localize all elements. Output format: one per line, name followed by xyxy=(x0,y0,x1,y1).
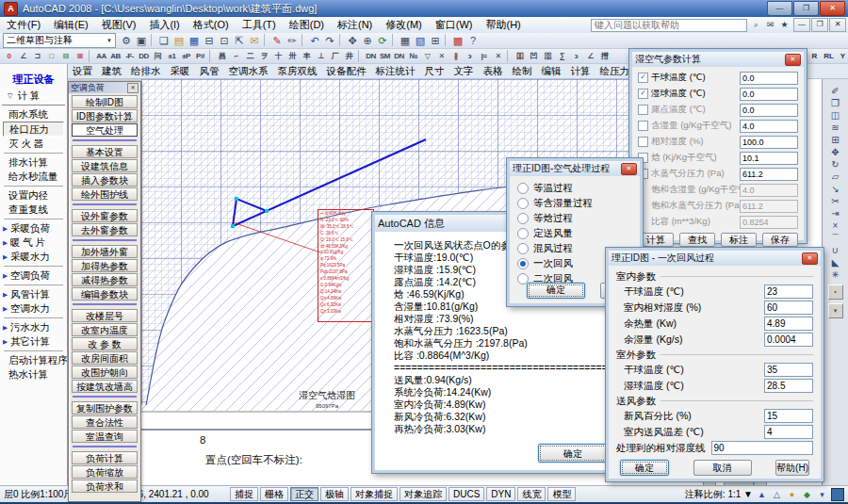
break-at-point-icon[interactable]: × xyxy=(827,219,843,232)
pipe-tool-icon[interactable]: ⌐ xyxy=(229,50,243,63)
pipe-tool-icon[interactable]: 昌 xyxy=(215,50,229,63)
sidebar-item[interactable]: 灭 火 器 xyxy=(0,137,67,151)
sidebar-item[interactable] xyxy=(4,153,63,154)
status-toggle[interactable]: 模型 xyxy=(547,487,576,501)
value-field[interactable]: 0.0 xyxy=(740,104,798,117)
dialog-button[interactable]: 计算 xyxy=(638,233,674,247)
close-button[interactable]: ✕ xyxy=(820,1,845,16)
menu-item[interactable]: 工具(T) xyxy=(236,18,283,32)
panel-button[interactable]: 编辑参数块 xyxy=(72,287,138,301)
clean-screen-button[interactable] xyxy=(831,488,844,501)
plugin-menu-item[interactable]: 采暖 xyxy=(166,65,195,78)
panel-button[interactable]: 改围护朝向 xyxy=(72,366,138,379)
value-field[interactable]: 611.2 xyxy=(740,168,798,181)
checkbox[interactable] xyxy=(638,105,648,115)
sm-label-icon[interactable]: SM xyxy=(378,50,392,63)
plugin-menu-item[interactable]: 计算 xyxy=(566,65,595,78)
pipe-tool-icon[interactable]: 厂 xyxy=(328,50,342,63)
text-style-icon[interactable]: AA xyxy=(94,50,108,63)
f-label-icon[interactable]: -F- xyxy=(122,50,137,63)
duct-tool-icon[interactable]: 凹 xyxy=(527,50,541,63)
menu-item[interactable]: 绘图(D) xyxy=(283,18,331,32)
close-icon[interactable]: ✕ xyxy=(802,252,818,265)
value-field[interactable]: 0.0 xyxy=(740,88,798,101)
ok-button[interactable]: 确定 xyxy=(538,444,608,463)
annotation-autoscale-icon[interactable]: △ xyxy=(771,488,783,500)
plugin-menu-item[interactable]: 风管 xyxy=(195,65,224,78)
sidebar-item[interactable]: 栓口压力 xyxy=(3,122,64,137)
sidebar-item[interactable] xyxy=(4,266,63,267)
value-field[interactable]: 0.0004 xyxy=(764,333,813,347)
publish-icon[interactable]: ⇱ xyxy=(232,34,247,48)
query-text-icon[interactable]: 问 xyxy=(151,50,165,63)
panel-button[interactable]: 加外墙外窗 xyxy=(72,245,138,258)
parallel-icon[interactable]: ∦ xyxy=(448,50,463,63)
panel-button[interactable]: 设外窗参数 xyxy=(72,209,138,222)
menu-item[interactable]: 编辑(E) xyxy=(47,18,95,32)
sidebar-item[interactable]: 查重复线 xyxy=(0,203,67,217)
status-toggle[interactable]: 线宽 xyxy=(517,487,546,501)
status-tray-icon[interactable]: ◆ xyxy=(801,488,813,500)
sidebar-item[interactable]: 热水计算 xyxy=(0,367,67,382)
level-mark-icon[interactable]: ▽ xyxy=(420,50,434,63)
menu-item[interactable]: 标注(N) xyxy=(331,18,379,32)
plugin-menu-item[interactable]: 给排水 xyxy=(126,65,166,78)
search-icon[interactable]: ⌕ xyxy=(749,19,763,31)
save-icon[interactable]: ▦ xyxy=(187,34,202,48)
pipe-tool-icon[interactable]: 二 xyxy=(243,50,257,63)
panel-button[interactable] xyxy=(73,139,137,143)
chamfer-icon[interactable]: ◣ xyxy=(827,256,843,268)
bend-icon[interactable]: ∠ xyxy=(583,50,597,63)
orbit-icon[interactable]: ⟳ xyxy=(375,34,390,48)
value-field[interactable]: 60 xyxy=(764,301,813,315)
scrollbar-arrow[interactable]: ▾ xyxy=(828,303,843,318)
rl-tool-icon[interactable]: RL xyxy=(823,50,835,62)
sidebar-item[interactable]: 设置内径 xyxy=(0,188,67,203)
menu-item[interactable]: 窗口(W) xyxy=(429,18,480,32)
panel-button[interactable]: 绘外围护线 xyxy=(72,187,138,201)
layer0-icon[interactable]: 0 xyxy=(2,50,16,63)
sidebar-item[interactable] xyxy=(4,317,63,318)
erase-icon[interactable]: ✐ xyxy=(827,85,843,97)
radio-option[interactable]: 等含湿量过程 xyxy=(517,196,632,211)
menu-item[interactable]: 帮助(H) xyxy=(480,18,528,32)
minimize-button[interactable]: — xyxy=(767,1,792,16)
erase-mark-icon[interactable]: ✕ xyxy=(491,50,505,63)
extend-icon[interactable]: ⇥ xyxy=(827,207,843,219)
fitting-icon[interactable]: ϶ xyxy=(569,50,583,63)
menu-item[interactable]: 修改(M) xyxy=(379,18,429,32)
dialog-button[interactable]: 取消 xyxy=(693,460,752,476)
sidebar-item[interactable]: 其它计算 xyxy=(0,334,67,349)
tool-icon[interactable]: □ xyxy=(44,50,58,63)
workspace-settings-icon[interactable]: ⚙ xyxy=(119,34,134,48)
sidebar-item[interactable]: 采暖水力 xyxy=(0,250,67,264)
duct-tool-icon[interactable]: 㗊 xyxy=(541,50,555,63)
panel-button[interactable]: 室温查询 xyxy=(72,430,138,443)
etransmit-icon[interactable]: ✉ xyxy=(247,34,262,48)
panel-button[interactable]: 改楼层号 xyxy=(72,309,138,322)
number-label-icon[interactable]: № xyxy=(406,50,420,63)
new-file-icon[interactable]: ❏ xyxy=(156,34,171,48)
status-toggle[interactable]: 对象捕捉 xyxy=(351,487,398,501)
sidebar-item[interactable]: 污水水力 xyxy=(0,320,67,334)
sum-icon[interactable]: ∑ xyxy=(555,50,569,63)
menu-item[interactable]: 插入(I) xyxy=(142,18,186,32)
tolerance-icon[interactable]: ±1 xyxy=(165,50,179,63)
calculator-icon[interactable]: ▩ xyxy=(450,34,465,48)
status-toggle[interactable]: 对象追踪 xyxy=(400,487,447,501)
panel-button[interactable]: 绘制ID图 xyxy=(72,95,138,108)
dn-label-icon[interactable]: DN xyxy=(364,50,378,63)
radio-option[interactable]: 等焓过程 xyxy=(517,211,632,226)
sidebar-item[interactable]: 空调水力 xyxy=(0,301,67,316)
value-field[interactable]: 100.0 xyxy=(740,136,798,149)
value-field[interactable]: 4 xyxy=(764,425,813,439)
sidebar-item[interactable]: 给水秒流量 xyxy=(0,170,67,184)
plugin-menu-item[interactable]: 泵房双线 xyxy=(273,65,322,78)
sidebar-item[interactable]: 启动计算程序 xyxy=(0,353,67,367)
sidebar-item[interactable]: 空调负荷 xyxy=(0,268,67,283)
sidebar-item[interactable] xyxy=(4,219,63,219)
pipe-number-icon[interactable]: P# xyxy=(193,50,207,63)
panel-button[interactable]: 查合法性 xyxy=(72,415,138,429)
value-field[interactable]: 35 xyxy=(764,363,813,377)
panel-button[interactable]: 改室内温度 xyxy=(72,323,138,336)
